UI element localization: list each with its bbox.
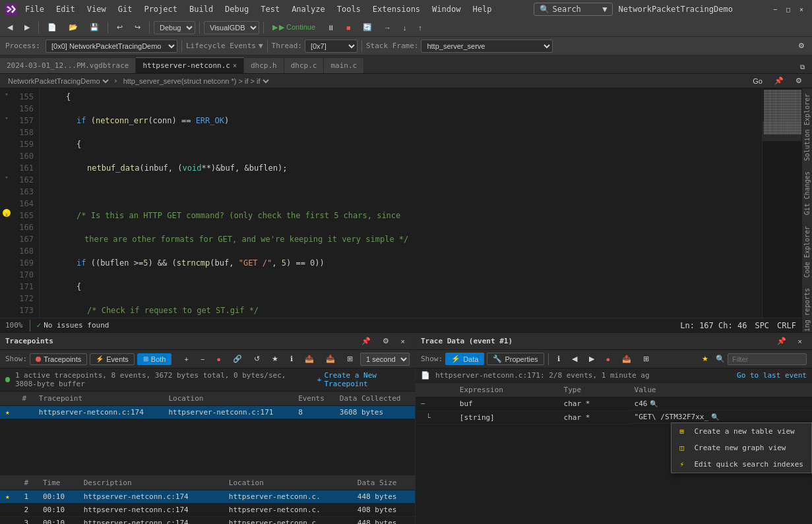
trace-nav-prev-btn[interactable]: ◀ <box>567 353 582 365</box>
search-value-icon-2[interactable]: 🔍 <box>711 413 719 421</box>
side-tab-git[interactable]: Git Changes <box>802 166 812 220</box>
step-out-button[interactable]: ↑ <box>414 22 427 34</box>
export-button[interactable]: 📤 <box>300 353 319 365</box>
tab-httpserver[interactable]: httpserver-netconn.c × <box>136 57 243 73</box>
menu-edit[interactable]: Edit <box>51 3 80 15</box>
global-search-box[interactable]: 🔍 Search ▼ <box>534 3 613 16</box>
trace-export-btn[interactable]: 📤 <box>617 353 636 365</box>
btn-both[interactable]: ⊞ Both <box>137 353 172 365</box>
trace-close-button[interactable]: × <box>794 335 807 347</box>
remove-tracepoint-button[interactable]: − <box>196 353 209 365</box>
table-row[interactable]: − buf char * c46 🔍 <box>416 397 812 411</box>
tracepoints-table[interactable]: # Tracepoint Location Events Data Collec… <box>0 392 415 475</box>
trace-star-btn[interactable]: ★ <box>697 353 713 365</box>
back-button[interactable]: ◀ <box>3 21 17 34</box>
continue-button[interactable]: ▶ ▶ Continue <box>268 21 320 34</box>
trace-filter-input[interactable] <box>728 353 807 365</box>
tab-dhcph[interactable]: dhcp.h <box>244 57 284 73</box>
save-button[interactable]: 💾 <box>85 21 104 34</box>
trace-columns-btn[interactable]: ⊞ <box>639 353 654 365</box>
refresh-button[interactable]: ↺ <box>249 353 265 365</box>
import-button[interactable]: 📥 <box>321 353 340 365</box>
menu-project[interactable]: Project <box>139 3 183 15</box>
menu-analyze[interactable]: Analyze <box>286 3 330 15</box>
go-button[interactable]: Go <box>748 75 767 87</box>
link-button[interactable]: 🔗 <box>228 353 247 365</box>
undo-button[interactable]: ↩ <box>112 21 127 34</box>
split-editor-button[interactable]: ⧉ <box>796 61 809 73</box>
table-row[interactable]: 3 00:10 httpserver-netconn.c:174 httpser… <box>0 517 415 525</box>
menu-window[interactable]: Window <box>427 3 466 15</box>
menu-build[interactable]: Build <box>184 3 218 15</box>
tab-dhcpc[interactable]: dhcp.c <box>284 57 325 73</box>
close-button[interactable]: × <box>796 4 807 15</box>
trace-table-container[interactable]: Expression Type Value − buf char * c46 🔍 <box>416 383 812 524</box>
code-editor[interactable]: { if (netconn_err(conn) == ERR_OK) { net… <box>40 88 762 318</box>
menu-extensions[interactable]: Extensions <box>367 3 425 15</box>
breadcrumb-settings-button[interactable]: ⚙ <box>791 74 807 87</box>
trace-btn-properties[interactable]: 🔧 Properties <box>487 353 544 365</box>
restart-button[interactable]: 🔄 <box>358 21 377 34</box>
step-into-button[interactable]: ↓ <box>398 22 412 34</box>
pause-button[interactable]: ⏸ <box>323 22 339 34</box>
side-tab-profiling[interactable]: Profiling/tracing reports <box>802 283 812 332</box>
table-row[interactable]: 2 00:10 httpserver-netconn.c:174 httpser… <box>0 504 415 517</box>
panel-close-button[interactable]: × <box>396 335 410 347</box>
trace-info-btn[interactable]: ℹ <box>553 353 565 365</box>
settings-button[interactable]: ⚙ <box>794 40 809 52</box>
interval-dropdown[interactable]: 1 second <box>360 353 410 366</box>
tab-mainc[interactable]: main.c <box>324 57 364 73</box>
stop-button[interactable]: ■ <box>342 22 356 34</box>
open-button[interactable]: 📂 <box>64 21 82 34</box>
platform-dropdown[interactable]: VisualGDB <box>204 21 259 34</box>
tab-httpserver-close[interactable]: × <box>233 62 237 69</box>
table-row[interactable]: ★ httpserver-netconn.c:174 httpserver-ne… <box>0 406 415 419</box>
trace-record-btn[interactable]: ● <box>602 353 615 365</box>
menu-tools[interactable]: Tools <box>332 3 366 15</box>
new-file-button[interactable]: 📄 <box>43 21 61 34</box>
info-button[interactable]: ℹ <box>286 353 297 365</box>
record-button[interactable]: ● <box>212 353 226 365</box>
menu-test[interactable]: Test <box>255 3 285 15</box>
config-dropdown[interactable]: Debug <box>154 21 195 34</box>
redo-button[interactable]: ↪ <box>130 21 145 34</box>
process-dropdown[interactable]: [0x0] NetworkPacketTracingDemo <box>46 40 177 53</box>
tab-vgdbtrace[interactable]: 2024-03-01_12...PM.vgdbtrace <box>0 57 136 73</box>
side-tab-code[interactable]: Code Explorer <box>802 221 812 283</box>
ctx-edit-search-indexes[interactable]: ⚡ Edit quick search indexes <box>671 456 811 473</box>
menu-file[interactable]: File <box>20 3 49 15</box>
side-tab-solution[interactable]: Solution Explorer <box>802 88 812 166</box>
minimize-button[interactable]: − <box>770 4 780 15</box>
ctx-new-graph-view[interactable]: ◫ Create new graph view <box>671 440 811 456</box>
menu-view[interactable]: View <box>82 3 111 15</box>
forward-button[interactable]: ▶ <box>20 21 34 34</box>
trace-nav-next-btn[interactable]: ▶ <box>584 353 599 365</box>
menu-help[interactable]: Help <box>467 3 497 15</box>
search-value-icon[interactable]: 🔍 <box>650 400 658 407</box>
more-button[interactable]: ⊞ <box>342 353 358 365</box>
table-row[interactable]: └ [string] char * "GET\ /STM32F7xx_ 🔍 <box>416 411 812 424</box>
maximize-button[interactable]: □ <box>783 4 794 15</box>
zoom-level[interactable]: 100% <box>0 321 28 330</box>
ctx-new-table-view[interactable]: ⊞ Create a new table view <box>671 423 811 440</box>
table-row[interactable]: ★ 1 00:10 httpserver-netconn.c:174 https… <box>0 490 415 504</box>
step-over-button[interactable]: → <box>379 22 396 34</box>
btn-tracepoints[interactable]: Tracepoints <box>30 353 87 365</box>
go-to-last-link[interactable]: Go to last event <box>737 371 807 380</box>
function-breadcrumb-select[interactable]: http_server_serve(struct netconn *) > if… <box>121 76 271 86</box>
add-tracepoint-button[interactable]: + <box>179 353 193 365</box>
menu-debug[interactable]: Debug <box>220 3 254 15</box>
panel-settings-button[interactable]: ⚙ <box>378 335 394 347</box>
breadcrumb-pin-button[interactable]: 📌 <box>770 74 788 87</box>
btn-events[interactable]: ⚡ Events <box>90 353 135 365</box>
trace-btn-data[interactable]: ⚡ Data <box>445 353 484 365</box>
pin-button[interactable]: 📌 <box>357 335 375 347</box>
menu-git[interactable]: Git <box>113 3 138 15</box>
thread-dropdown[interactable]: [0x7] <box>305 40 358 53</box>
star-button[interactable]: ★ <box>267 353 283 365</box>
create-tracepoint-link[interactable]: + Create a New Tracepoint <box>317 371 410 388</box>
editor-content[interactable]: ▾ ▾ ▾ 💡 155 <box>0 88 801 318</box>
stack-frame-dropdown[interactable]: http_server_serve <box>421 40 553 53</box>
trace-pin-button[interactable]: 📌 <box>772 335 791 347</box>
file-breadcrumb-select[interactable]: NetworkPacketTracingDemo <box>5 76 111 86</box>
